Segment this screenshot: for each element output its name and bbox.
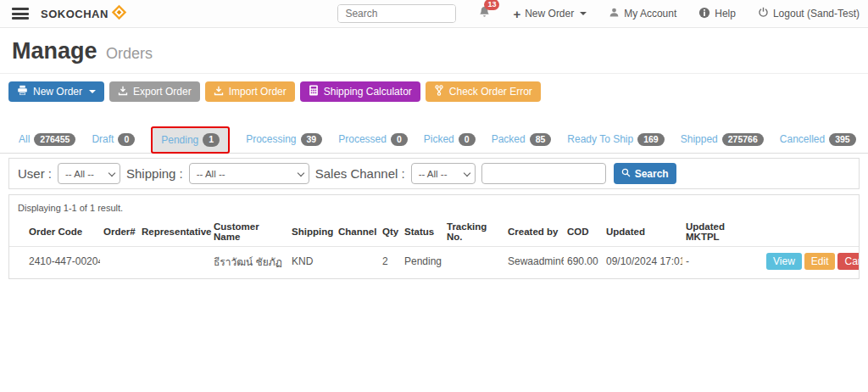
page-title: Manage (12, 38, 97, 64)
cell-channel (335, 247, 379, 277)
count-badge: 85 (530, 133, 552, 147)
check-order-error-button[interactable]: Check Order Error (426, 81, 541, 102)
count-badge: 0 (391, 133, 408, 147)
col-cod: COD (564, 217, 603, 247)
col-channel: Channel (335, 217, 379, 247)
brand-diamond-icon (111, 4, 127, 24)
count-badge: 0 (118, 133, 135, 147)
shipping-filter-label: Shipping : (126, 166, 183, 181)
tab-draft[interactable]: Draft0 (92, 133, 135, 147)
brand-logo[interactable]: SOKOCHAN (41, 4, 127, 24)
tab-cancelled[interactable]: Cancelled395 (780, 133, 856, 147)
filter-panel: User : -- All -- Shipping : -- All -- Sa… (8, 158, 860, 189)
chevron-down-icon (463, 170, 470, 176)
count-badge: 276455 (34, 133, 75, 147)
cell-order-code: 2410-447-00204 (9, 247, 100, 277)
table-row: 2410-447-00204 ธีราวัฒน์ ชัยภัฏ KND 2 Pe… (9, 247, 859, 277)
cell-order-no (100, 247, 138, 277)
tab-shipped[interactable]: Shipped275766 (681, 133, 764, 147)
chevron-down-icon (108, 170, 115, 176)
count-badge: 395 (829, 133, 856, 147)
count-badge: 39 (301, 133, 323, 147)
search-input[interactable] (338, 5, 456, 22)
tab-processing[interactable]: Processing39 (246, 133, 322, 147)
tab-processed[interactable]: Processed0 (338, 133, 408, 147)
user-filter-select[interactable]: -- All -- (58, 163, 120, 184)
cell-customer-name: ธีราวัฒน์ ชัยภัฏ (210, 247, 288, 277)
cancel-button[interactable]: Cancel (837, 253, 859, 270)
tab-pending[interactable]: Pending1 (151, 126, 230, 154)
cell-created-by: Sewaadmin6 (504, 247, 564, 277)
new-order-menu[interactable]: + New Order (513, 8, 587, 20)
results-summary: Displaying 1-1 of 1 result. (9, 201, 859, 217)
notification-count-badge: 13 (484, 0, 499, 10)
new-order-button[interactable]: New Order (8, 81, 104, 102)
status-tabs: All276455 Draft0 Pending1 Processing39 P… (0, 126, 868, 154)
col-tracking-no: Tracking No. (443, 217, 504, 247)
download-icon (214, 86, 224, 98)
shipping-calculator-button[interactable]: Shipping Calculator (300, 81, 420, 102)
cell-status: Pending (401, 247, 443, 277)
global-search (337, 4, 456, 23)
edit-button[interactable]: Edit (804, 253, 836, 270)
tab-picked[interactable]: Picked0 (424, 133, 476, 147)
user-icon (609, 7, 620, 20)
cell-representative (138, 247, 210, 277)
import-order-button[interactable]: Import Order (205, 81, 295, 102)
brand-name: SOKOCHAN (41, 8, 108, 20)
count-badge: 1 (203, 133, 220, 147)
download-icon (118, 86, 128, 98)
sales-channel-filter-select[interactable]: -- All -- (411, 163, 476, 184)
col-status: Status (401, 217, 443, 247)
top-navbar: SOKOCHAN 13 + New Order My Account (0, 0, 868, 28)
col-order-code: Order Code (9, 217, 100, 247)
orders-table-panel: Displaying 1-1 of 1 result. Order Code O… (8, 194, 860, 279)
sales-channel-filter-label: Sales Channel : (315, 166, 405, 181)
chevron-down-icon (89, 90, 96, 93)
hamburger-menu-icon[interactable] (12, 8, 29, 20)
col-qty: Qty (379, 217, 401, 247)
view-button[interactable]: View (766, 253, 802, 270)
tab-packed[interactable]: Packed85 (492, 133, 552, 147)
help-menu[interactable]: Help (698, 7, 736, 21)
order-toolbar: New Order Export Order Import Order Ship… (0, 74, 868, 110)
tab-all[interactable]: All276455 (19, 133, 75, 147)
branch-icon (434, 85, 444, 98)
plus-icon: + (513, 8, 520, 20)
filter-search-button[interactable]: Search (614, 163, 676, 184)
calculator-icon (309, 85, 319, 98)
export-order-button[interactable]: Export Order (109, 81, 200, 102)
col-shipping: Shipping (288, 217, 335, 247)
page-subtitle: Orders (106, 45, 153, 62)
cell-cod: 690.00 (564, 247, 603, 277)
logout-menu[interactable]: Logout (Sand-Test) (758, 7, 860, 20)
cell-shipping: KND (288, 247, 335, 277)
printer-icon (17, 85, 28, 98)
count-badge: 275766 (722, 133, 764, 147)
col-actions (760, 217, 859, 247)
page-header: Manage Orders (0, 28, 868, 74)
chevron-down-icon (580, 12, 587, 15)
count-badge: 169 (637, 133, 665, 147)
col-representative: Representative (138, 217, 210, 247)
col-created-by: Created by (504, 217, 564, 247)
info-icon (698, 7, 710, 21)
col-updated-mktpl: Updated MKTPL (682, 217, 760, 247)
count-badge: 0 (459, 133, 476, 147)
cell-updated-mktpl: - (682, 247, 760, 277)
orders-table: Order Code Order# Representative Custome… (9, 217, 859, 276)
power-icon (758, 7, 769, 20)
cell-actions: ViewEditCancel (760, 247, 859, 277)
tab-ready-to-ship[interactable]: Ready To Ship169 (567, 133, 664, 147)
keyword-filter-input[interactable] (481, 163, 606, 184)
shipping-filter-select[interactable]: -- All -- (189, 163, 309, 184)
notifications-button[interactable]: 13 (478, 5, 491, 22)
my-account-menu[interactable]: My Account (609, 7, 676, 20)
table-header-row: Order Code Order# Representative Custome… (9, 217, 859, 247)
user-filter-label: User : (18, 166, 52, 181)
cell-updated: 09/10/2024 17:01 (603, 247, 682, 277)
cell-qty: 2 (379, 247, 401, 277)
col-customer-name: Customer Name (210, 217, 288, 247)
cell-tracking-no (443, 247, 504, 277)
col-updated: Updated (603, 217, 682, 247)
